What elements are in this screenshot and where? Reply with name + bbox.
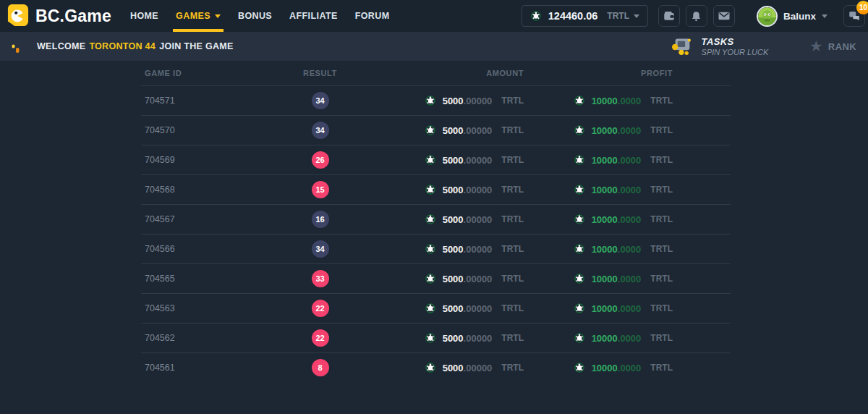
welcome-prefix: WELCOME (37, 41, 85, 51)
chat-unread-badge: 10 (856, 1, 868, 14)
user-menu[interactable]: Balunx (757, 6, 827, 27)
table-row[interactable]: 704562 22 5000 .00000 TRTL 10000 .0000 (141, 323, 731, 352)
nav-item[interactable]: AFFILIATE (289, 0, 338, 32)
chat-button[interactable]: 10 (843, 5, 865, 27)
result-badge: 34 (312, 240, 329, 258)
nav-item[interactable]: GAMES (176, 0, 221, 32)
main-nav: HOME GAMES BONUS AFFILIATE FORUM (130, 0, 390, 32)
amount-decimals: .00000 (464, 155, 493, 166)
trtl-coin-icon (574, 124, 585, 136)
notifications-button[interactable] (686, 5, 707, 27)
game-id: 704561 (141, 363, 278, 373)
result-cell: 26 (278, 151, 362, 169)
nav-item-label: FORUM (355, 11, 390, 21)
nav-item-label: GAMES (176, 11, 210, 21)
result-cell: 8 (278, 359, 362, 376)
profit-currency: TRTL (650, 274, 673, 284)
column-header-profit: PROFIT (524, 69, 673, 77)
result-cell: 34 (278, 122, 362, 139)
amount-integer: 5000 (443, 96, 464, 106)
amount-integer: 5000 (443, 125, 464, 136)
profit-currency: TRTL (650, 96, 673, 106)
table-row[interactable]: 704567 16 5000 .00000 TRTL 10000 .0000 (141, 204, 731, 234)
table-row[interactable]: 704565 33 5000 .00000 TRTL 10000 .0000 (141, 263, 731, 293)
rank-widget[interactable]: ★ RANK (810, 40, 856, 53)
amount-currency: TRTL (501, 185, 524, 195)
main-content: GAME ID RESULT AMOUNT PROFIT 704571 34 5… (0, 61, 868, 414)
amount-decimals: .00000 (464, 185, 493, 195)
game-id: 704563 (141, 303, 278, 313)
profit-cell: 10000 .0000 TRTL (524, 184, 673, 195)
result-badge: 34 (312, 92, 329, 109)
nav-item[interactable]: BONUS (238, 0, 272, 32)
table-row[interactable]: 704563 22 5000 .00000 TRTL 10000 .0000 (141, 293, 731, 323)
table-row[interactable]: 704569 26 5000 .00000 TRTL 10000 .0000 (141, 145, 731, 174)
nav-item-label: BONUS (238, 11, 272, 21)
table-row[interactable]: 704568 15 5000 .00000 TRTL 10000 .0000 (141, 174, 731, 204)
result-cell: 15 (278, 181, 362, 198)
balance-amount: 124460.06 (548, 10, 598, 22)
result-badge: 22 (312, 329, 329, 347)
trtl-coin-icon (425, 243, 436, 255)
game-id: 704565 (141, 274, 278, 284)
amount-integer: 5000 (443, 333, 464, 344)
result-badge: 34 (312, 122, 329, 139)
table-row[interactable]: 704561 8 5000 .00000 TRTL 10000 .0000 (141, 352, 731, 382)
table-row[interactable]: 704566 34 5000 .00000 TRTL 10000 .0000 (141, 234, 731, 263)
profit-decimals: .0000 (618, 125, 642, 136)
amount-cell: 5000 .00000 TRTL (362, 124, 524, 136)
amount-currency: TRTL (501, 274, 524, 284)
column-header-amount: AMOUNT (362, 69, 524, 77)
table-row[interactable]: 704570 34 5000 .00000 TRTL 10000 .0000 (141, 115, 731, 145)
game-results-table: GAME ID RESULT AMOUNT PROFIT 704571 34 5… (141, 61, 731, 382)
tasks-widget[interactable]: TASKS SPIN YOUR LUCK (671, 36, 769, 56)
game-id: 704570 (141, 125, 278, 135)
amount-integer: 5000 (443, 185, 464, 195)
profit-currency: TRTL (650, 155, 673, 165)
profit-decimals: .0000 (618, 303, 642, 314)
amount-cell: 5000 .00000 TRTL (362, 362, 524, 373)
megaphone-icon (10, 38, 27, 55)
nav-item[interactable]: FORUM (355, 0, 390, 32)
result-cell: 22 (278, 329, 362, 347)
nav-item[interactable]: HOME (130, 0, 158, 32)
trtl-coin-icon (425, 124, 436, 136)
trtl-coin-icon (425, 214, 436, 225)
amount-currency: TRTL (501, 155, 524, 165)
profit-integer: 10000 (592, 363, 618, 373)
profit-integer: 10000 (592, 274, 618, 284)
avatar (757, 6, 778, 27)
result-badge: 8 (312, 359, 329, 376)
trtl-coin-icon (425, 332, 436, 344)
amount-decimals: .00000 (464, 125, 493, 136)
wallet-button[interactable] (658, 5, 680, 27)
welcome-username: TORONTON 44 (89, 41, 156, 51)
banner-right: TASKS SPIN YOUR LUCK ★ RANK (671, 36, 856, 56)
turtle-avatar-icon (758, 7, 776, 25)
brand-name: BC.Game (35, 7, 111, 26)
nav-item-label: HOME (130, 11, 158, 21)
top-header: BC.Game HOME GAMES BONUS AFFILIATE (0, 0, 868, 32)
chevron-down-icon (822, 14, 827, 18)
envelope-icon (718, 9, 731, 22)
result-badge: 26 (312, 151, 329, 169)
trtl-coin-icon (574, 273, 585, 284)
profit-decimals: .0000 (618, 214, 642, 225)
profit-currency: TRTL (650, 333, 673, 343)
star-icon: ★ (810, 40, 822, 53)
messages-button[interactable] (713, 5, 735, 27)
profit-integer: 10000 (592, 244, 618, 255)
brand[interactable]: BC.Game (7, 4, 130, 28)
trtl-coin-icon (574, 154, 585, 166)
profit-integer: 10000 (592, 214, 618, 225)
balance-dropdown[interactable]: 124460.06 TRTL (522, 5, 648, 27)
profit-cell: 10000 .0000 TRTL (524, 332, 673, 344)
profit-cell: 10000 .0000 TRTL (524, 95, 673, 106)
result-cell: 33 (278, 270, 362, 287)
trtl-coin-icon (574, 214, 585, 225)
profit-cell: 10000 .0000 TRTL (524, 154, 673, 166)
game-id: 704562 (141, 333, 278, 343)
profit-decimals: .0000 (618, 155, 642, 166)
table-row[interactable]: 704571 34 5000 .00000 TRTL 10000 .0000 (141, 85, 731, 115)
amount-currency: TRTL (501, 125, 524, 135)
